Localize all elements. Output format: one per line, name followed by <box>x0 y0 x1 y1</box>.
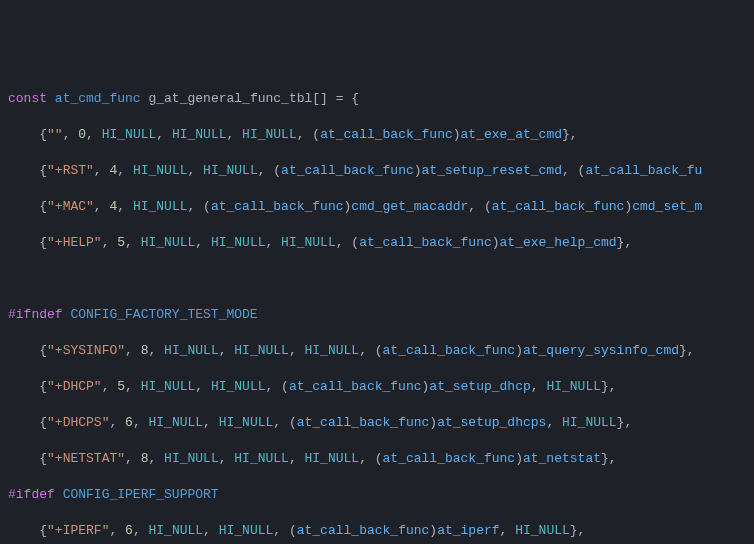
code-line: const at_cmd_func g_at_general_func_tbl[… <box>8 90 754 108</box>
code-line: {"", 0, HI_NULL, HI_NULL, HI_NULL, (at_c… <box>8 126 754 144</box>
code-line: {"+NETSTAT", 8, HI_NULL, HI_NULL, HI_NUL… <box>8 450 754 468</box>
preproc-ifdef: #ifdef CONFIG_IPERF_SUPPORT <box>8 486 754 504</box>
code-editor[interactable]: const at_cmd_func g_at_general_func_tbl[… <box>0 72 754 544</box>
code-line: {"+DHCPS", 6, HI_NULL, HI_NULL, (at_call… <box>8 414 754 432</box>
preproc-ifndef: #ifndef CONFIG_FACTORY_TEST_MODE <box>8 306 754 324</box>
code-line: {"+SYSINFO", 8, HI_NULL, HI_NULL, HI_NUL… <box>8 342 754 360</box>
code-line: {"+DHCP", 5, HI_NULL, HI_NULL, (at_call_… <box>8 378 754 396</box>
code-line: {"+RST", 4, HI_NULL, HI_NULL, (at_call_b… <box>8 162 754 180</box>
code-line: {"+MAC", 4, HI_NULL, (at_call_back_func)… <box>8 198 754 216</box>
code-line: {"+HELP", 5, HI_NULL, HI_NULL, HI_NULL, … <box>8 234 754 252</box>
code-line: {"+IPERF", 6, HI_NULL, HI_NULL, (at_call… <box>8 522 754 540</box>
blank-line <box>8 270 754 288</box>
